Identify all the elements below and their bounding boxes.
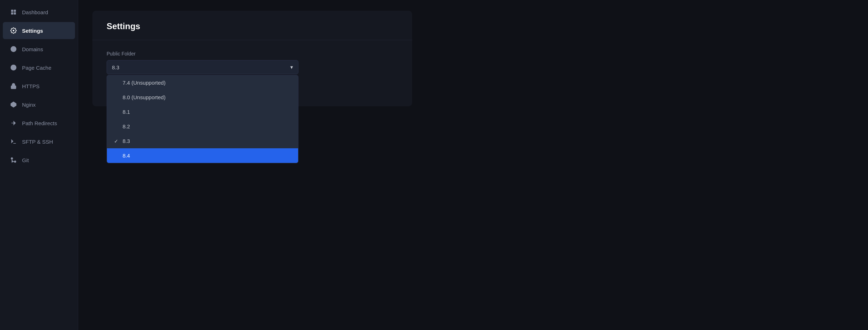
grid-icon [10, 9, 17, 16]
sidebar-item-nginx[interactable]: N Nginx [3, 96, 75, 113]
sidebar-item-path-redirects[interactable]: Path Redirects [3, 115, 75, 132]
circle-arrow-icon [10, 64, 17, 71]
dropdown-current-value: 8.3 [112, 64, 119, 70]
option-8-4[interactable]: ✓ 8.4 [107, 148, 298, 163]
public-folder-label: Public Folder [107, 51, 398, 57]
sidebar-item-label: Dashboard [22, 9, 48, 15]
sidebar-item-label: Page Cache [22, 65, 52, 71]
sidebar-item-label: Path Redirects [22, 120, 57, 126]
sidebar-item-label: Git [22, 157, 29, 163]
chevron-down-icon: ▾ [290, 64, 293, 70]
option-label-8-0: 8.0 (Unsupported) [123, 94, 166, 100]
nginx-icon: N [10, 101, 17, 108]
option-label-8-2: 8.2 [123, 123, 130, 129]
sidebar-item-label: Nginx [22, 102, 36, 108]
option-8-1[interactable]: ✓ 8.1 [107, 105, 298, 119]
option-8-3[interactable]: ✓ 8.3 [107, 134, 298, 148]
sidebar-item-https[interactable]: HTTPS [3, 78, 75, 95]
php-version-dropdown-trigger[interactable]: 8.3 ▾ [107, 60, 298, 74]
svg-rect-1 [14, 10, 16, 12]
sidebar-item-domains[interactable]: Domains [3, 41, 75, 58]
sidebar-item-dashboard[interactable]: Dashboard [3, 4, 75, 21]
sidebar-item-label: SFTP & SSH [22, 139, 53, 145]
svg-rect-7 [11, 86, 16, 89]
gear-icon [10, 27, 17, 34]
main-content: Settings Public Folder 8.3 ▾ ✓ 7.4 (Unsu… [78, 0, 868, 330]
sidebar-item-label: HTTPS [22, 83, 39, 89]
option-7-4[interactable]: ✓ 7.4 (Unsupported) [107, 75, 298, 90]
option-label-8-3: 8.3 [123, 138, 130, 144]
svg-rect-3 [14, 12, 16, 15]
svg-rect-2 [11, 12, 13, 15]
sidebar-item-sftp-ssh[interactable]: SFTP & SSH [3, 133, 75, 150]
arrow-right-icon [10, 119, 17, 127]
option-label-8-4: 8.4 [123, 153, 130, 159]
php-version-dropdown-menu: ✓ 7.4 (Unsupported) ✓ 8.0 (Unsupported) … [107, 75, 298, 163]
settings-panel: Settings Public Folder 8.3 ▾ ✓ 7.4 (Unsu… [92, 11, 412, 106]
sidebar: Dashboard Settings Domains Page [0, 0, 78, 330]
option-8-2[interactable]: ✓ 8.2 [107, 119, 298, 134]
globe-icon [10, 46, 17, 53]
page-title: Settings [107, 21, 398, 31]
php-version-dropdown-wrapper: 8.3 ▾ ✓ 7.4 (Unsupported) ✓ 8.0 (Unsuppo… [107, 60, 298, 74]
divider [92, 40, 412, 40]
svg-rect-0 [11, 10, 13, 12]
terminal-icon [10, 138, 17, 145]
option-label-7-4: 7.4 (Unsupported) [123, 80, 166, 86]
sidebar-item-label: Settings [22, 28, 43, 34]
check-icon-8-3: ✓ [114, 138, 120, 144]
sidebar-item-settings[interactable]: Settings [3, 22, 75, 39]
sidebar-item-git[interactable]: Git [3, 151, 75, 169]
option-label-8-1: 8.1 [123, 109, 130, 115]
option-8-0[interactable]: ✓ 8.0 (Unsupported) [107, 90, 298, 105]
svg-text:N: N [12, 103, 14, 106]
lock-icon [10, 82, 17, 90]
sidebar-item-label: Domains [22, 46, 43, 52]
sidebar-item-page-cache[interactable]: Page Cache [3, 59, 75, 76]
git-icon [10, 156, 17, 164]
